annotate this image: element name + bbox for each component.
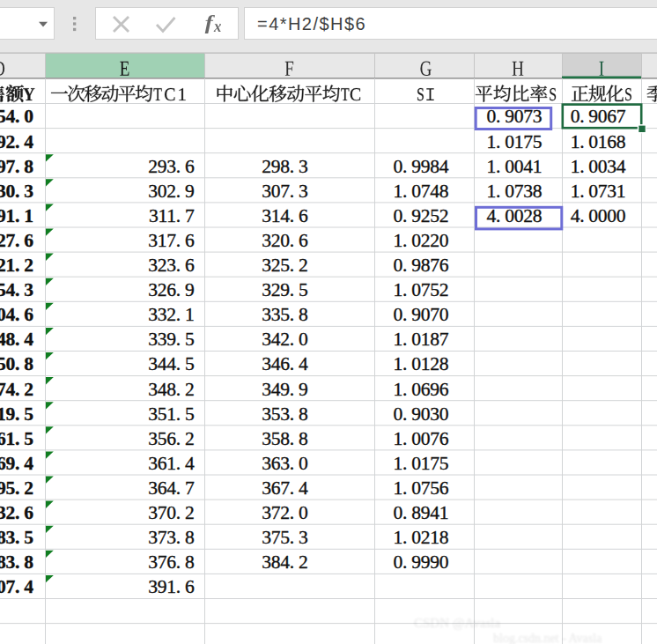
- svg-text:232. 6: 232. 6: [0, 502, 33, 523]
- svg-text:363. 0: 363. 0: [262, 453, 307, 474]
- svg-text:1. 0041: 1. 0041: [486, 156, 542, 177]
- svg-text:342. 0: 342. 0: [262, 329, 307, 350]
- svg-text:326. 9: 326. 9: [148, 279, 194, 300]
- svg-text:344. 5: 344. 5: [148, 353, 194, 374]
- svg-text:283. 5: 283. 5: [0, 527, 33, 548]
- svg-text:367. 4: 367. 4: [262, 477, 308, 499]
- svg-text:219. 5: 219. 5: [0, 403, 33, 425]
- svg-text:391. 6: 391. 6: [148, 576, 195, 597]
- svg-text:1. 0034: 1. 0034: [571, 156, 626, 177]
- svg-text:CSDN @Avasla: CSDN @Avasla: [414, 616, 500, 630]
- svg-text:292. 4: 292. 4: [0, 131, 33, 152]
- svg-text:221. 2: 221. 2: [0, 255, 33, 276]
- svg-text:298. 3: 298. 3: [262, 156, 307, 177]
- svg-text:1. 0076: 1. 0076: [393, 428, 448, 449]
- svg-text:332. 1: 332. 1: [148, 304, 194, 325]
- svg-text:261. 5: 261. 5: [0, 428, 33, 449]
- svg-text:364. 7: 364. 7: [148, 477, 195, 499]
- svg-text:1. 0128: 1. 0128: [393, 353, 448, 374]
- svg-text:335. 8: 335. 8: [262, 304, 307, 325]
- svg-text:358. 8: 358. 8: [262, 428, 307, 449]
- svg-text:297. 8: 297. 8: [0, 156, 33, 177]
- svg-text:0. 9876: 0. 9876: [393, 255, 448, 276]
- svg-text:204. 6: 204. 6: [0, 304, 33, 325]
- svg-text:356. 2: 356. 2: [148, 428, 194, 449]
- svg-text:372. 0: 372. 0: [262, 502, 307, 523]
- svg-text:346. 4: 346. 4: [262, 353, 308, 374]
- svg-text:348. 2: 348. 2: [148, 379, 194, 400]
- svg-text:317. 6: 317. 6: [148, 230, 195, 251]
- svg-text:1. 0738: 1. 0738: [486, 181, 542, 202]
- svg-text:323. 6: 323. 6: [148, 255, 195, 276]
- svg-text:349. 9: 349. 9: [262, 379, 307, 400]
- svg-text:0. 9030: 0. 9030: [393, 403, 448, 425]
- svg-text:0. 9984: 0. 9984: [393, 156, 448, 177]
- svg-text:353. 8: 353. 8: [262, 403, 307, 425]
- svg-text:291. 1: 291. 1: [0, 205, 33, 226]
- svg-text:254. 0: 254. 0: [0, 106, 33, 127]
- svg-text:1. 0696: 1. 0696: [393, 379, 448, 400]
- svg-text:1. 0175: 1. 0175: [486, 131, 542, 152]
- svg-text:250. 8: 250. 8: [0, 353, 33, 374]
- svg-text:293. 6: 293. 6: [148, 156, 195, 177]
- svg-text:311. 7: 311. 7: [149, 205, 195, 226]
- svg-text:320. 6: 320. 6: [262, 230, 308, 251]
- svg-text:1. 0187: 1. 0187: [393, 329, 448, 350]
- svg-text:0. 9070: 0. 9070: [393, 304, 448, 325]
- svg-text:248. 4: 248. 4: [0, 329, 33, 350]
- svg-text:329. 5: 329. 5: [262, 279, 307, 300]
- svg-text:384. 2: 384. 2: [262, 551, 307, 573]
- svg-text:254. 3: 254. 3: [0, 279, 33, 300]
- svg-text:0. 9990: 0. 9990: [393, 551, 448, 573]
- svg-text:1. 0756: 1. 0756: [393, 477, 448, 499]
- svg-text:1. 0748: 1. 0748: [393, 181, 448, 202]
- svg-text:0. 9067: 0. 9067: [571, 106, 626, 127]
- svg-text:1. 0220: 1. 0220: [393, 230, 448, 251]
- svg-text:376. 8: 376. 8: [148, 551, 194, 573]
- svg-text:1. 0175: 1. 0175: [393, 453, 448, 474]
- svg-text:339. 5: 339. 5: [148, 329, 194, 350]
- svg-text:325. 2: 325. 2: [262, 255, 307, 276]
- svg-text:269. 4: 269. 4: [0, 453, 33, 474]
- svg-text:370. 2: 370. 2: [148, 502, 194, 523]
- svg-text:blog.csdn.net - Avasla: blog.csdn.net - Avasla: [493, 632, 602, 644]
- svg-text:361. 4: 361. 4: [148, 453, 195, 474]
- svg-text:295. 2: 295. 2: [0, 477, 33, 499]
- svg-text:314. 6: 314. 6: [262, 205, 308, 226]
- svg-text:375. 3: 375. 3: [262, 527, 307, 548]
- svg-text:207. 4: 207. 4: [0, 576, 33, 597]
- svg-text:1. 0218: 1. 0218: [393, 527, 448, 548]
- svg-text:373. 8: 373. 8: [148, 527, 194, 548]
- svg-text:1. 0731: 1. 0731: [571, 181, 626, 202]
- svg-text:230. 3: 230. 3: [0, 181, 33, 202]
- svg-text:1. 0168: 1. 0168: [571, 131, 626, 152]
- svg-text:0. 9252: 0. 9252: [393, 205, 448, 226]
- svg-text:227. 6: 227. 6: [0, 230, 33, 251]
- svg-text:283. 8: 283. 8: [0, 551, 33, 573]
- svg-text:4. 0000: 4. 0000: [571, 205, 626, 226]
- svg-text:351. 5: 351. 5: [148, 403, 194, 425]
- svg-text:0. 8941: 0. 8941: [393, 502, 448, 523]
- svg-text:1. 0752: 1. 0752: [393, 279, 448, 300]
- svg-text:302. 9: 302. 9: [148, 181, 194, 202]
- svg-text:307. 3: 307. 3: [262, 181, 307, 202]
- svg-text:274. 2: 274. 2: [0, 379, 33, 400]
